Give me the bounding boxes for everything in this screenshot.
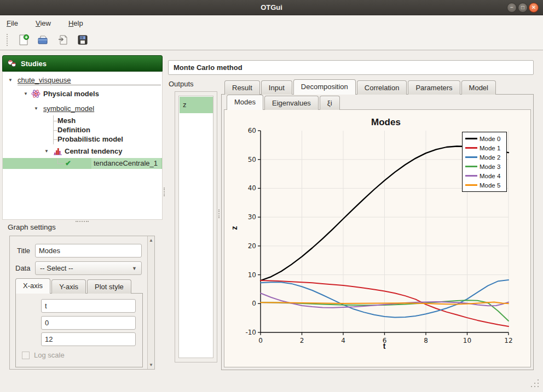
histogram-icon [53, 147, 62, 156]
legend-label: Mode 5 [480, 182, 500, 189]
atom-icon [31, 89, 41, 98]
svg-text:0: 0 [258, 337, 263, 344]
tree-item-probabilistic-model[interactable]: Probabilistic model [3, 134, 162, 144]
outputs-splitter-handle[interactable] [218, 209, 219, 218]
axis-tab-bar: X-axisY-axisPlot style [15, 278, 132, 294]
tree-item-label: Central tendency [65, 146, 122, 156]
tab-correlation[interactable]: Correlation [357, 80, 407, 95]
graph-title-input[interactable] [35, 244, 142, 258]
menu-file[interactable]: File [4, 18, 20, 28]
legend-label: Mode 1 [480, 145, 500, 151]
tree-item-label: chute_visqueuse [18, 75, 71, 85]
tab-y-axis[interactable]: Y-axis [51, 279, 86, 294]
decomposition-sub-tab-bar: ModesEigenvaluesξi [227, 95, 341, 110]
tree-item-central-tendency[interactable]: ▼Central tendency [3, 146, 162, 156]
graph-data-select[interactable]: -- Select -- ▼ [35, 261, 142, 275]
subtab-ξi[interactable]: ξi [320, 96, 340, 110]
window-resize-grip[interactable] [529, 379, 541, 389]
svg-text:0: 0 [252, 300, 256, 307]
expand-arrow-icon[interactable]: ▼ [34, 103, 39, 114]
modes-chart-area: -100102030405060024681012 Modes z t Mode… [224, 109, 531, 367]
import-python-script-button[interactable] [56, 33, 70, 47]
legend-swatch [465, 184, 477, 186]
graph-settings-label: Graph settings [8, 223, 56, 231]
svg-text:8: 8 [424, 337, 428, 344]
open-study-button[interactable] [36, 33, 50, 47]
analysis-header: Monte Carlo method [168, 60, 534, 75]
svg-text:2: 2 [300, 337, 304, 344]
tab-plot-style[interactable]: Plot style [87, 279, 131, 294]
expand-arrow-icon[interactable]: ▼ [8, 75, 14, 85]
x-axis-max-input[interactable] [41, 332, 136, 346]
new-study-button[interactable] [16, 33, 31, 47]
legend-label: Mode 3 [480, 163, 500, 170]
check-icon: ✔ [65, 158, 74, 167]
scroll-up-icon[interactable]: ▲ [148, 238, 154, 243]
open-study-icon [37, 34, 49, 46]
legend-swatch [465, 156, 477, 158]
menu-help[interactable]: Help [66, 18, 85, 28]
graph-settings-scrollbar[interactable]: ▲ ▼ [147, 236, 154, 369]
log-scale-checkbox[interactable] [22, 352, 30, 359]
legend-label: Mode 2 [480, 154, 500, 161]
title-bar: OTGui [0, 0, 543, 15]
tab-parameters[interactable]: Parameters [408, 80, 460, 95]
menu-view[interactable]: View [33, 18, 53, 28]
tree-item-physical-models[interactable]: ▼Physical models [3, 89, 162, 99]
toolbar-drag-handle[interactable] [7, 34, 9, 46]
graph-data-label: Data [15, 264, 30, 272]
svg-text:12: 12 [504, 337, 512, 344]
svg-text:4: 4 [341, 337, 345, 344]
tab-model[interactable]: Model [461, 80, 496, 95]
legend-label: Mode 0 [480, 136, 500, 142]
svg-text:60: 60 [248, 127, 256, 134]
log-scale-label: Log scale [34, 351, 65, 359]
minimize-button[interactable]: − [507, 3, 517, 13]
chevron-down-icon: ▼ [132, 266, 137, 271]
tree-item-symbolic-model[interactable]: ▼symbolic_model [3, 103, 162, 114]
tree-item-tendancecentrale-1[interactable]: ✔tendanceCentrale_1 [3, 158, 162, 169]
close-button[interactable]: ✕ [529, 3, 539, 13]
subtab-eigenvalues[interactable]: Eigenvalues [264, 96, 319, 110]
tab-input[interactable]: Input [261, 80, 292, 95]
tree-item-label: tendanceCentrale_1 [94, 159, 158, 167]
tree-splitter-handle[interactable] [76, 221, 89, 222]
menu-bar: FileViewHelp [0, 16, 543, 30]
svg-text:40: 40 [248, 184, 256, 192]
save-button[interactable] [76, 33, 90, 47]
svg-text:20: 20 [248, 242, 256, 250]
studies-icon [7, 59, 17, 68]
legend-entry-mode-5: Mode 5 [465, 180, 504, 190]
tab-decomposition[interactable]: Decomposition [293, 79, 356, 95]
subtab-modes[interactable]: Modes [227, 95, 263, 110]
svg-text:10: 10 [248, 271, 256, 279]
legend-entry-mode-0: Mode 0 [465, 134, 504, 143]
panel-splitter-handle[interactable] [164, 188, 165, 196]
legend-swatch [465, 175, 477, 177]
graph-data-select-value: -- Select -- [40, 264, 73, 272]
output-item-z[interactable]: z [180, 97, 213, 113]
tab-x-axis[interactable]: X-axis [15, 278, 50, 294]
legend-entry-mode-3: Mode 3 [465, 162, 504, 171]
graph-title-label: Title [17, 247, 30, 255]
tree-item-label: Probabilistic model [57, 134, 123, 144]
scroll-down-icon[interactable]: ▼ [148, 362, 154, 367]
x-axis-min-input[interactable] [41, 316, 136, 330]
outputs-list: z [178, 96, 213, 358]
expand-arrow-icon[interactable]: ▼ [44, 146, 50, 156]
tab-result[interactable]: Result [224, 80, 260, 95]
studies-tree: ▼chute_visqueuse▼Physical models▼symboli… [2, 72, 163, 220]
tree-item-chute-visqueuse[interactable]: ▼chute_visqueuse [3, 75, 162, 85]
expand-arrow-icon[interactable]: ▼ [24, 89, 29, 99]
x-axis-title-input[interactable] [41, 299, 136, 313]
legend-entry-mode-1: Mode 1 [465, 143, 504, 153]
maximize-button[interactable]: □ [518, 3, 528, 13]
svg-text:-10: -10 [245, 329, 256, 336]
chart-y-axis-label: z [230, 220, 239, 236]
studies-panel-title: Studies [21, 60, 47, 68]
toolbar [0, 30, 543, 50]
tree-branch [57, 158, 64, 164]
analysis-title: Monte Carlo method [174, 63, 242, 72]
legend-swatch [465, 166, 477, 167]
chart-legend: Mode 0Mode 1Mode 2Mode 3Mode 4Mode 5 [462, 132, 507, 192]
